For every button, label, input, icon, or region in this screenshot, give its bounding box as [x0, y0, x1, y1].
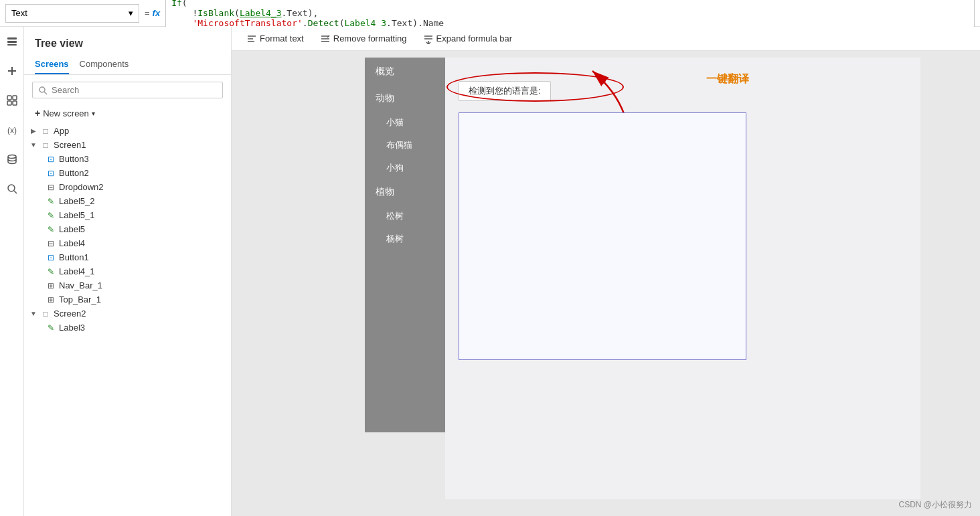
svg-point-11 — [8, 185, 15, 191]
tree-items: ▶ □ App ▼ □ Screen1 ⊡ Button3 ⊡ Button2 — [24, 121, 231, 516]
property-dropdown[interactable]: Text ▾ — [5, 4, 139, 23]
nav-item-plants[interactable]: 植物 — [365, 179, 445, 205]
app-preview: 概览 动物 小猫 布偶猫 小狗 植物 松树 杨树 检测到您的语言是: — [291, 58, 920, 493]
tree-tabs: Screens Components — [24, 55, 231, 75]
svg-rect-8 — [13, 101, 17, 105]
button-icon: ⊡ — [46, 155, 56, 164]
layers-icon-btn[interactable] — [3, 32, 21, 51]
chevron-icon: ▼ — [29, 310, 37, 317]
label-icon: ✎ — [46, 197, 56, 206]
detect-text: 检测到您的语言是: — [469, 86, 541, 96]
expand-formula-icon — [423, 33, 434, 44]
label5-2-label: Label5_2 — [59, 196, 95, 206]
tree-item-label4-1[interactable]: ✎ Label4_1 — [24, 264, 231, 278]
search-box — [32, 82, 223, 98]
chevron-icon: ▶ — [29, 127, 37, 135]
top-bar: Text ▾ = fx If( !IsBlank(Label4_3.Text),… — [0, 0, 980, 27]
format-text-icon — [246, 33, 257, 44]
main-layout: (x) Tree view Screens Components — [0, 27, 980, 516]
tree-item-label5-2[interactable]: ✎ Label5_2 — [24, 194, 231, 208]
annotation-text: 一键翻译 — [706, 72, 749, 86]
components-icon-btn[interactable] — [3, 91, 21, 110]
button-icon: ⊡ — [46, 253, 56, 262]
svg-rect-6 — [13, 96, 17, 100]
screen2-label: Screen2 — [54, 309, 86, 319]
new-screen-button[interactable]: + New screen ▾ — [24, 105, 231, 121]
label4-icon: ⊟ — [46, 239, 56, 248]
screen-icon: □ — [40, 309, 51, 319]
fx-indicator: = fx — [145, 8, 160, 18]
tree-item-label5-1[interactable]: ✎ Label5_1 — [24, 208, 231, 222]
screen-icon: □ — [40, 141, 51, 150]
nav-item-ragdoll[interactable]: 布偶猫 — [365, 134, 445, 157]
label-icon: ✎ — [46, 267, 56, 276]
nav-item-poplar[interactable]: 杨树 — [365, 228, 445, 250]
tree-item-label4[interactable]: ⊟ Label4 — [24, 236, 231, 250]
label5-label: Label5 — [59, 224, 85, 234]
search-icon-btn[interactable] — [3, 179, 21, 198]
dropdown-icon: ⊟ — [46, 183, 56, 192]
tree-item-top-bar-1[interactable]: ⊞ Top_Bar_1 — [24, 292, 231, 307]
search-box-icon — [38, 86, 48, 95]
watermark: CSDN @小松很努力 — [898, 499, 972, 511]
tab-screens[interactable]: Screens — [35, 55, 69, 74]
variables-icon-btn[interactable]: (x) — [3, 120, 21, 139]
add-icon-btn[interactable] — [3, 62, 21, 80]
top-bar-1-label: Top_Bar_1 — [59, 294, 101, 305]
svg-rect-7 — [7, 101, 11, 105]
svg-rect-2 — [7, 44, 17, 46]
tree-item-screen1[interactable]: ▼ □ Screen1 — [24, 138, 231, 152]
chevron-down-icon: ▾ — [92, 110, 95, 117]
result-box — [459, 112, 746, 360]
tree-item-label3[interactable]: ✎ Label3 — [24, 321, 231, 335]
app-icon: □ — [40, 126, 51, 136]
tree-header: Tree view — [24, 27, 231, 55]
search-icon — [6, 183, 18, 195]
nav-bar-1-label: Nav_Bar_1 — [59, 280, 102, 290]
fx-label: fx — [153, 8, 161, 18]
label4-1-label: Label4_1 — [59, 266, 95, 276]
nav-item-pine[interactable]: 松树 — [365, 205, 445, 228]
expand-formula-button[interactable]: Expand formula bar — [416, 31, 519, 47]
layers-icon — [6, 35, 18, 48]
data-icon — [6, 153, 18, 165]
tree-item-button3[interactable]: ⊡ Button3 — [24, 152, 231, 166]
tree-item-dropdown2[interactable]: ⊟ Dropdown2 — [24, 180, 231, 194]
variables-icon: (x) — [6, 124, 18, 136]
data-icon-btn[interactable] — [3, 150, 21, 169]
tree-item-button2[interactable]: ⊡ Button2 — [24, 166, 231, 180]
svg-point-10 — [8, 155, 16, 159]
svg-line-14 — [44, 92, 47, 94]
formula-content: If( !IsBlank(Label4_3.Text), 'MicrosoftT… — [171, 0, 444, 28]
add-icon — [6, 65, 18, 77]
dropdown-arrow-icon: ▾ — [129, 8, 133, 18]
tree-item-screen2[interactable]: ▼ □ Screen2 — [24, 307, 231, 321]
tab-components[interactable]: Components — [80, 55, 129, 74]
nav-item-dog[interactable]: 小狗 — [365, 157, 445, 179]
new-screen-label: New screen — [43, 108, 89, 118]
toolbar: Format text Remove formatting — [232, 27, 980, 51]
tree-item-button1[interactable]: ⊡ Button1 — [24, 250, 231, 264]
components-icon — [6, 94, 18, 106]
expand-formula-label: Expand formula bar — [436, 33, 512, 44]
format-text-button[interactable]: Format text — [240, 31, 311, 47]
chevron-icon: ▼ — [29, 141, 37, 149]
topbar-icon: ⊞ — [46, 295, 56, 305]
tree-item-nav-bar-1[interactable]: ⊞ Nav_Bar_1 — [24, 278, 231, 292]
nav-item-overview[interactable]: 概览 — [365, 58, 445, 86]
equals-sign: = — [145, 8, 150, 18]
remove-formatting-icon — [320, 33, 331, 44]
dropdown2-label: Dropdown2 — [59, 182, 104, 192]
label5-1-label: Label5_1 — [59, 210, 95, 220]
format-text-label: Format text — [260, 33, 304, 44]
nav-item-animals[interactable]: 动物 — [365, 86, 445, 111]
svg-point-13 — [39, 87, 45, 92]
nav-item-cat[interactable]: 小猫 — [365, 111, 445, 134]
tree-item-label5[interactable]: ✎ Label5 — [24, 222, 231, 236]
search-input[interactable] — [52, 85, 217, 95]
remove-formatting-button[interactable]: Remove formatting — [313, 31, 414, 47]
button-icon: ⊡ — [46, 169, 56, 178]
detect-label: 检测到您的语言是: — [459, 81, 551, 101]
label-icon: ✎ — [46, 323, 56, 333]
tree-item-app[interactable]: ▶ □ App — [24, 124, 231, 138]
